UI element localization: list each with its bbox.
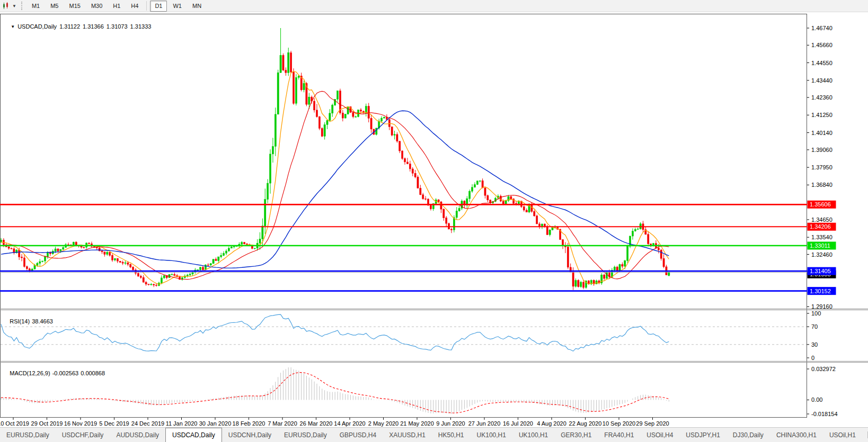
symbol-tab-USOil-H1[interactable]: USOil,H1 — [823, 428, 862, 442]
svg-text:1.37950: 1.37950 — [811, 164, 832, 170]
svg-text:1.36840: 1.36840 — [811, 182, 832, 188]
rsi-panel — [1, 314, 807, 351]
symbol-tab-FRA40-H1[interactable]: FRA40,H1 — [598, 428, 640, 442]
symbol-tab-HK50-H1[interactable]: HK50,H1 — [432, 428, 471, 442]
rsi-name: RSI(14) — [10, 318, 30, 324]
svg-text:-0.018154: -0.018154 — [811, 411, 838, 417]
macd-caption: MACD(12,26,9)-0.0025630.000868 — [3, 364, 107, 383]
svg-text:22 Aug 2020: 22 Aug 2020 — [569, 420, 602, 427]
chart-title: ▼USDCAD,Daily1.311221.313661.310731.3133… — [4, 17, 154, 36]
ohlc-low: 1.31073 — [107, 23, 128, 30]
symbol-tab-UK100-H1[interactable]: UK100,H1 — [512, 428, 554, 442]
moving-average-52 — [1, 111, 669, 268]
macd-signal-value: 0.000868 — [81, 370, 105, 376]
chart-type-button[interactable]: ▼ — [1, 1, 18, 11]
svg-text:4 Aug 2020: 4 Aug 2020 — [537, 420, 566, 427]
svg-text:1.33540: 1.33540 — [811, 234, 832, 240]
svg-text:24 Dec 2019: 24 Dec 2019 — [131, 420, 164, 427]
macd-axis: 0.0329720.00-0.018154 — [807, 366, 838, 417]
svg-text:70: 70 — [811, 323, 818, 330]
timeframe-button-M30[interactable]: M30 — [86, 1, 107, 12]
ohlc-open: 1.31122 — [59, 23, 80, 30]
toolbar-grip[interactable] — [21, 2, 22, 10]
svg-text:1.34650: 1.34650 — [811, 217, 832, 223]
collapse-icon[interactable]: ▼ — [11, 24, 15, 29]
symbol-tab-CHINA300-H1[interactable]: CHINA300,H1 — [770, 428, 823, 442]
svg-text:16 Nov 2019: 16 Nov 2019 — [64, 420, 97, 427]
macd-main-value: -0.002563 — [52, 370, 79, 376]
rsi-axis: 10070300 — [807, 310, 821, 361]
timeframe-button-M15[interactable]: M15 — [64, 1, 85, 12]
timeframe-button-H1[interactable]: H1 — [108, 1, 125, 12]
rsi-value: 38.4663 — [32, 318, 53, 324]
toolbar-separator — [146, 1, 147, 11]
svg-text:1.39060: 1.39060 — [811, 147, 832, 153]
candlestick-chart-icon — [2, 2, 11, 10]
svg-text:30 Jan 2020: 30 Jan 2020 — [199, 420, 232, 427]
symbol-tab-GBPUSD-H4[interactable]: GBPUSD,H4 — [333, 428, 383, 442]
svg-text:1.35606: 1.35606 — [810, 201, 831, 208]
svg-text:10 Oct 2019: 10 Oct 2019 — [0, 420, 29, 427]
symbol-tab-GER30-H1[interactable]: GER30,H1 — [554, 428, 598, 442]
symbol-tab-USDCAD-Daily[interactable]: USDCAD,Daily — [165, 428, 222, 442]
svg-text:0.00: 0.00 — [811, 396, 822, 403]
symbol-tab-USDCHF-Daily[interactable]: USDCHF,Daily — [56, 428, 110, 442]
svg-text:1.46740: 1.46740 — [811, 25, 832, 31]
tab-scroll-arrows: ◄► — [862, 428, 868, 442]
timeframe-button-M1[interactable]: M1 — [27, 1, 45, 12]
svg-text:1.45660: 1.45660 — [811, 42, 832, 48]
timeframe-button-M5[interactable]: M5 — [46, 1, 63, 12]
svg-text:21 May 2020: 21 May 2020 — [400, 420, 434, 427]
price-line-labels: 1.313331.356061.342061.330111.314051.301… — [808, 201, 836, 295]
svg-text:7 Mar 2020: 7 Mar 2020 — [268, 420, 297, 427]
svg-text:18 Feb 2020: 18 Feb 2020 — [233, 420, 265, 427]
svg-text:1.42360: 1.42360 — [811, 94, 832, 101]
symbol-tab-XAUUSD-H1[interactable]: XAUUSD,H1 — [383, 428, 432, 442]
ohlc-high: 1.31366 — [83, 23, 104, 30]
svg-text:0.032972: 0.032972 — [811, 366, 836, 372]
svg-text:1.43440: 1.43440 — [811, 77, 832, 84]
chart-symbol-label: USDCAD,Daily — [17, 23, 57, 30]
date-axis[interactable]: 10 Oct 201929 Oct 201916 Nov 20195 Dec 2… — [0, 418, 669, 427]
candlestick-layer — [0, 28, 670, 290]
svg-text:1.44550: 1.44550 — [811, 60, 832, 66]
symbol-tab-AUDUSD-Daily[interactable]: AUDUSD,Daily — [110, 428, 165, 442]
svg-text:0: 0 — [811, 355, 814, 361]
chart-canvas[interactable]: 1.467401.456601.445501.434401.423601.412… — [0, 12, 868, 427]
svg-text:9 Jun 2020: 9 Jun 2020 — [436, 420, 465, 427]
svg-text:26 Mar 2020: 26 Mar 2020 — [300, 420, 333, 427]
horizontal-line-objects — [0, 204, 807, 291]
timeframe-button-D1[interactable]: D1 — [150, 1, 167, 12]
svg-text:16 Jul 2020: 16 Jul 2020 — [503, 420, 533, 427]
svg-text:29 Sep 2020: 29 Sep 2020 — [636, 420, 669, 427]
rsi-caption: RSI(14)38.4663 — [3, 312, 55, 331]
svg-text:11 Jan 2020: 11 Jan 2020 — [166, 420, 198, 427]
symbol-tab-bar: EURUSD,DailyUSDCHF,DailyAUDUSD,DailyUSDC… — [0, 427, 868, 442]
svg-text:5 Dec 2019: 5 Dec 2019 — [99, 420, 129, 427]
timeframe-button-H4[interactable]: H4 — [126, 1, 143, 12]
ohlc-close: 1.31333 — [130, 23, 152, 30]
svg-text:1.32460: 1.32460 — [811, 251, 832, 258]
svg-text:2 May 2020: 2 May 2020 — [368, 420, 398, 427]
symbol-tab-USDCNH-Daily[interactable]: USDCNH,Daily — [222, 428, 278, 442]
symbol-tab-USDJPY-H1[interactable]: USDJPY,H1 — [679, 428, 726, 442]
svg-text:30: 30 — [811, 341, 818, 348]
symbol-tab-DJ30-Daily[interactable]: DJ30,Daily — [727, 428, 770, 442]
top-toolbar: ▼ M1M5M15M30H1H4D1W1MN — [0, 0, 868, 12]
chart-type-caret-icon: ▼ — [12, 4, 16, 8]
symbol-tab-EURUSD-Daily[interactable]: EURUSD,Daily — [0, 428, 56, 442]
svg-text:10 Sep 2020: 10 Sep 2020 — [603, 420, 635, 427]
svg-text:1.33011: 1.33011 — [810, 242, 830, 249]
timeframe-button-W1[interactable]: W1 — [168, 1, 187, 12]
svg-text:1.41250: 1.41250 — [811, 112, 832, 118]
svg-text:1.29160: 1.29160 — [811, 303, 832, 310]
timeframe-button-MN[interactable]: MN — [188, 1, 206, 12]
symbol-tab-EURUSD-Daily[interactable]: EURUSD,Daily — [278, 428, 333, 442]
svg-text:1.34206: 1.34206 — [810, 223, 831, 230]
svg-text:1.40140: 1.40140 — [811, 130, 832, 136]
svg-text:1.31405: 1.31405 — [810, 268, 831, 274]
svg-text:100: 100 — [811, 310, 821, 317]
symbol-tab-USOil-H4[interactable]: USOil,H4 — [640, 428, 679, 442]
symbol-tab-UK100-H1[interactable]: UK100,H1 — [471, 428, 512, 442]
svg-text:1.30152: 1.30152 — [810, 288, 831, 294]
